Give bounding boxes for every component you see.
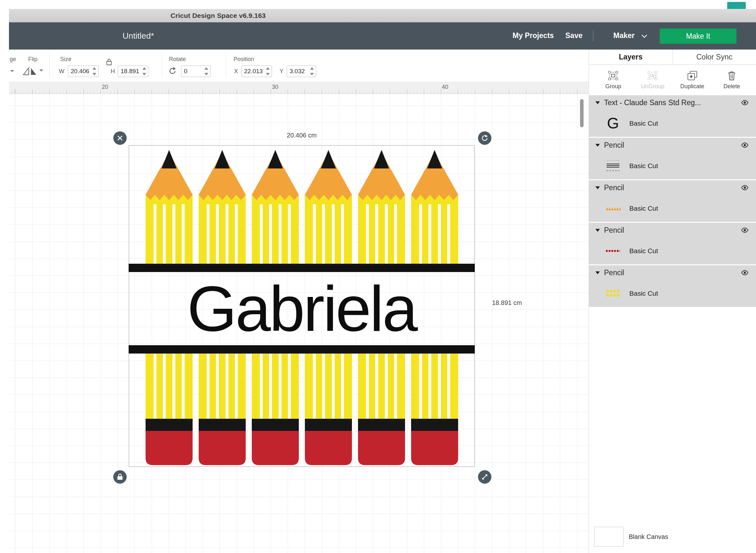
flip-icon[interactable]	[22, 66, 37, 77]
rotate-label: Rotate	[169, 56, 186, 63]
stepper-up-icon[interactable]	[266, 67, 270, 70]
arrange-dropdown-icon[interactable]	[10, 70, 14, 72]
canvas-color-swatch[interactable]	[594, 527, 624, 547]
stepper-up-icon[interactable]	[92, 67, 96, 70]
pencil-top-graphic	[252, 150, 299, 264]
layer-row[interactable]: Basic Cut	[589, 195, 756, 222]
pencil-design-top[interactable]	[146, 150, 458, 264]
pencil-top-graphic	[146, 150, 193, 264]
x-field-label: X	[234, 68, 238, 75]
split-bar-top[interactable]	[129, 264, 475, 272]
stepper-down-icon[interactable]	[310, 73, 314, 75]
layer-name: Pencil	[604, 141, 624, 150]
x-stepper[interactable]	[266, 67, 270, 75]
layer-group-header[interactable]: Pencil	[589, 180, 756, 195]
y-position-field[interactable]	[287, 66, 316, 77]
tab-color-sync[interactable]: Color Sync	[673, 50, 756, 65]
canvas-scrollbar-thumb[interactable]	[580, 99, 583, 127]
layer-visibility-eye-icon[interactable]	[741, 270, 749, 275]
trash-icon	[727, 71, 736, 81]
layer-name: Pencil	[604, 268, 624, 277]
layer-row[interactable]: Basic Cut	[589, 152, 756, 179]
tab-layers[interactable]: Layers	[589, 50, 673, 65]
flip-dropdown-icon[interactable]	[39, 69, 43, 72]
rotate-selection-handle[interactable]	[478, 131, 491, 145]
my-projects-button[interactable]: My Projects	[512, 31, 554, 40]
layer-visibility-eye-icon[interactable]	[741, 142, 749, 148]
layer-thumbnail-orange-zigzag	[604, 206, 622, 211]
make-it-button[interactable]: Make It	[660, 28, 737, 44]
group-label: Group	[605, 83, 621, 90]
stepper-up-icon[interactable]	[204, 67, 208, 70]
disclosure-triangle-icon[interactable]	[596, 229, 600, 232]
canvas-name-label: Blank Canvas	[629, 533, 668, 541]
cut-type-label: Basic Cut	[629, 205, 658, 212]
y-stepper[interactable]	[310, 67, 314, 75]
duplicate-button[interactable]: Duplicate	[678, 71, 707, 90]
stepper-down-icon[interactable]	[204, 73, 208, 75]
rotate-icon	[481, 135, 488, 142]
horizontal-ruler: 20 30 40	[9, 82, 589, 94]
selection-bounding-box[interactable]: 20.406 cm 18.891 cm Gabriela	[129, 145, 475, 467]
pencil-bottom-graphic	[146, 353, 193, 465]
machine-select-button[interactable]: Maker	[613, 31, 647, 40]
height-stepper[interactable]	[142, 67, 146, 75]
layer-group-header[interactable]: Text - Claude Sans Std Reg...	[589, 95, 756, 110]
cut-type-label: Basic Cut	[629, 290, 658, 297]
stepper-down-icon[interactable]	[142, 73, 146, 75]
disclosure-triangle-icon[interactable]	[596, 186, 600, 189]
layer-group-header[interactable]: Pencil	[589, 223, 756, 238]
flip-label: Flip	[28, 56, 38, 63]
layer-row[interactable]: G Basic Cut	[589, 110, 756, 137]
rotate-stepper[interactable]	[204, 67, 209, 75]
design-canvas[interactable]: 20.406 cm 18.891 cm Gabriela	[9, 94, 589, 553]
delete-selection-handle[interactable]	[113, 131, 127, 145]
layer-group-pencil: Pencil Basic Cut	[589, 180, 756, 222]
stepper-down-icon[interactable]	[266, 73, 270, 75]
width-field[interactable]	[68, 66, 98, 77]
header-divider	[593, 30, 594, 42]
toolbar-divider	[226, 53, 226, 78]
document-title[interactable]: Untitled*	[123, 31, 154, 41]
layer-visibility-eye-icon[interactable]	[741, 100, 749, 105]
pencil-design-bottom[interactable]	[146, 353, 458, 465]
ungroup-button[interactable]: UnGroup	[638, 71, 667, 90]
layer-visibility-eye-icon[interactable]	[741, 227, 749, 233]
ungroup-label: UnGroup	[641, 83, 665, 90]
width-stepper[interactable]	[92, 67, 96, 75]
pencil-top-graphic	[358, 150, 405, 264]
layer-row[interactable]: Basic Cut	[589, 280, 756, 307]
height-field[interactable]	[118, 66, 148, 77]
layer-group-header[interactable]: Pencil	[589, 265, 756, 280]
x-position-field[interactable]	[241, 66, 272, 77]
split-bar-bottom[interactable]	[129, 345, 475, 353]
selection-height-dimension: 18.891 cm	[492, 299, 522, 307]
layer-group-header[interactable]: Pencil	[589, 138, 756, 152]
make-it-label: Make It	[686, 32, 710, 41]
save-button[interactable]: Save	[565, 31, 582, 40]
layer-row[interactable]: Basic Cut	[589, 238, 756, 264]
rotate-icon[interactable]	[168, 67, 177, 76]
stepper-down-icon[interactable]	[92, 73, 96, 75]
name-text-row[interactable]: Gabriela	[129, 272, 474, 345]
disclosure-triangle-icon[interactable]	[596, 101, 600, 104]
stepper-up-icon[interactable]	[310, 67, 314, 70]
delete-button[interactable]: Delete	[717, 71, 746, 90]
canvas-background-row[interactable]: Blank Canvas	[589, 521, 756, 553]
rotate-field[interactable]	[181, 66, 210, 77]
aspect-lock-icon[interactable]	[106, 58, 112, 67]
machine-select-label: Maker	[613, 31, 634, 40]
stepper-up-icon[interactable]	[142, 67, 146, 70]
edit-toolbar: ge Flip Size W H Rotate	[9, 50, 589, 82]
lock-selection-handle[interactable]	[113, 470, 127, 484]
disclosure-triangle-icon[interactable]	[596, 271, 600, 274]
ruler-mark: 30	[272, 84, 278, 90]
layer-group-pencil: Pencil Basic Cut	[589, 265, 756, 307]
selection-width-dimension: 20.406 cm	[129, 132, 474, 139]
layer-visibility-eye-icon[interactable]	[741, 185, 749, 190]
window-title: Cricut Design Space v6.9.163	[170, 12, 266, 19]
pencil-top-graphic	[411, 150, 458, 264]
resize-selection-handle[interactable]	[478, 470, 491, 484]
disclosure-triangle-icon[interactable]	[596, 144, 600, 147]
group-button[interactable]: Group	[599, 71, 628, 90]
